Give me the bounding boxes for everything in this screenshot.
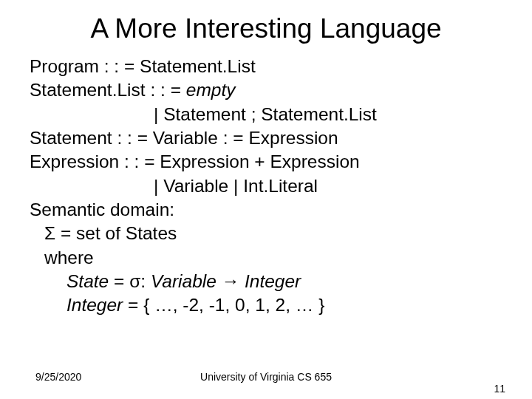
slide: A More Interesting Language Program : : …: [0, 0, 532, 399]
grammar-line: Expression : : = Expression + Expression: [30, 150, 502, 174]
semantic-line: Σ = set of States: [30, 222, 502, 245]
text-italic: State: [66, 271, 109, 291]
grammar-line: Statement.List : : = empty: [30, 78, 502, 102]
text-italic: empty: [186, 80, 236, 100]
footer-page-number: 11: [494, 383, 505, 395]
slide-title: A More Interesting Language: [30, 13, 502, 44]
footer: 9/25/2020 University of Virginia CS 655 …: [0, 371, 532, 383]
text-italic: Variable: [151, 271, 216, 291]
text: Statement.List : : =: [30, 80, 186, 100]
text: = { …, -2, -1, 0, 1, 2, … }: [123, 295, 324, 315]
semantic-line: State = σ: Variable → Integer: [30, 270, 502, 293]
text-italic: Integer: [245, 271, 301, 291]
footer-date: 9/25/2020: [35, 371, 81, 383]
text: = σ:: [109, 271, 151, 291]
slide-body: Program : : = Statement.List Statement.L…: [30, 55, 502, 318]
text: →: [216, 271, 245, 291]
grammar-line: | Variable | Int.Literal: [30, 174, 502, 198]
semantic-where: where: [30, 246, 502, 270]
text-italic: Integer: [66, 295, 123, 315]
semantic-line: Integer = { …, -2, -1, 0, 1, 2, … }: [30, 293, 502, 317]
grammar-line: Statement : : = Variable : = Expression: [30, 126, 502, 150]
grammar-line: | Statement ; Statement.List: [30, 103, 502, 126]
grammar-line: Program : : = Statement.List: [30, 55, 502, 78]
semantic-heading: Semantic domain:: [30, 198, 502, 222]
